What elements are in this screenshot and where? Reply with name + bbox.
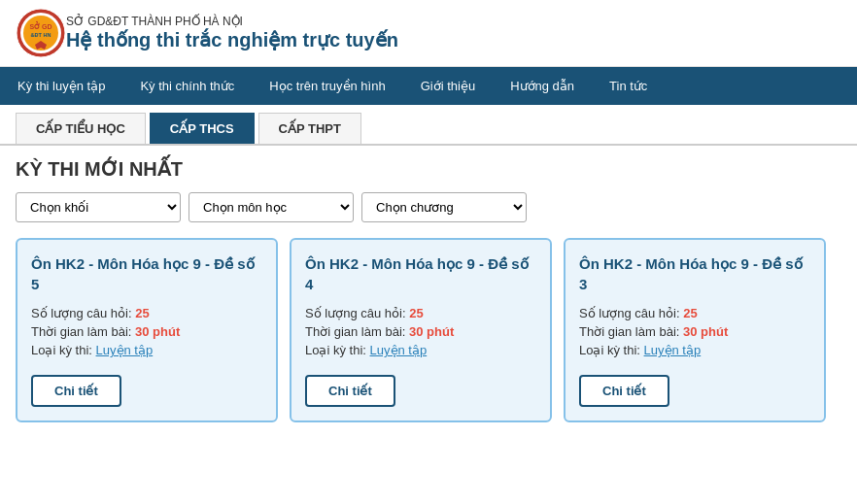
- tab-thcs[interactable]: CẤP THCS: [150, 113, 255, 144]
- main-content: KỲ THI MỚI NHẤT Chọn khối Chọn môn học C…: [0, 146, 857, 434]
- nav-item-chinh-thuc[interactable]: Kỳ thi chính thức: [122, 67, 252, 105]
- nav-item-huong-dan[interactable]: Hướng dẫn: [493, 67, 592, 105]
- svg-text:&ĐT HN: &ĐT HN: [31, 32, 51, 38]
- level-tabs: CẤP TIỂU HỌC CẤP THCS CẤP THPT: [0, 113, 857, 146]
- nav-item-gioi-thieu[interactable]: Giới thiệu: [403, 67, 493, 105]
- card-1-so-luong: Số lượng câu hỏi: 25: [31, 306, 262, 320]
- card-3-thoi-gian: Thời gian làm bài: 30 phút: [579, 324, 810, 339]
- mon-hoc-select[interactable]: Chọn môn học: [189, 192, 354, 222]
- section-title: KỲ THI MỚI NHẤT: [16, 157, 841, 181]
- khoi-select[interactable]: Chọn khối: [16, 192, 181, 222]
- card-2-title: Ôn HK2 - Môn Hóa học 9 - Đề số 4: [305, 253, 536, 294]
- nav-item-luyen-tap[interactable]: Kỳ thi luyện tập: [0, 67, 122, 105]
- main-nav: Kỳ thi luyện tập Kỳ thi chính thức Học t…: [0, 67, 857, 105]
- exam-card-2: Ôn HK2 - Môn Hóa học 9 - Đề số 4 Số lượn…: [290, 238, 552, 422]
- tab-thpt[interactable]: CẤP THPT: [258, 113, 361, 144]
- card-3-loai: Loại kỳ thi: Luyện tập: [579, 343, 810, 357]
- nav-item-tin-tuc[interactable]: Tin tức: [592, 67, 665, 105]
- card-3-so-luong: Số lượng câu hỏi: 25: [579, 306, 810, 320]
- site-title: Hệ thống thi trắc nghiệm trực tuyến: [66, 28, 398, 51]
- exam-card-3: Ôn HK2 - Môn Hóa học 9 - Đề số 3 Số lượn…: [564, 238, 826, 422]
- tab-tieu-hoc[interactable]: CẤP TIỂU HỌC: [16, 113, 146, 144]
- filter-bar: Chọn khối Chọn môn học Chọn chương: [16, 192, 841, 222]
- org-name: SỞ GD&ĐT THÀNH PHỐ HÀ NỘI: [66, 15, 398, 28]
- card-3-title: Ôn HK2 - Môn Hóa học 9 - Đề số 3: [579, 253, 810, 294]
- card-1-title: Ôn HK2 - Môn Hóa học 9 - Đề số 5: [31, 253, 262, 294]
- card-2-detail-button[interactable]: Chi tiết: [305, 375, 395, 407]
- card-2-thoi-gian: Thời gian làm bài: 30 phút: [305, 324, 536, 339]
- card-2-so-luong: Số lượng câu hỏi: 25: [305, 306, 536, 320]
- header: SỞ GD &ĐT HN SỞ GD&ĐT THÀNH PHỐ HÀ NỘI H…: [0, 0, 857, 67]
- header-text: SỞ GD&ĐT THÀNH PHỐ HÀ NỘI Hệ thống thi t…: [66, 15, 398, 51]
- card-3-detail-button[interactable]: Chi tiết: [579, 375, 669, 407]
- logo-icon: SỞ GD &ĐT HN: [16, 8, 66, 58]
- exam-cards: Ôn HK2 - Môn Hóa học 9 - Đề số 5 Số lượn…: [16, 238, 841, 422]
- chuong-select[interactable]: Chọn chương: [361, 192, 527, 222]
- card-1-thoi-gian: Thời gian làm bài: 30 phút: [31, 324, 262, 339]
- exam-card-1: Ôn HK2 - Môn Hóa học 9 - Đề số 5 Số lượn…: [16, 238, 278, 422]
- card-1-detail-button[interactable]: Chi tiết: [31, 375, 121, 407]
- nav-item-truyen-hinh[interactable]: Học trên truyền hình: [252, 67, 402, 105]
- card-1-loai: Loại kỳ thi: Luyện tập: [31, 343, 262, 357]
- card-2-loai: Loại kỳ thi: Luyện tập: [305, 343, 536, 357]
